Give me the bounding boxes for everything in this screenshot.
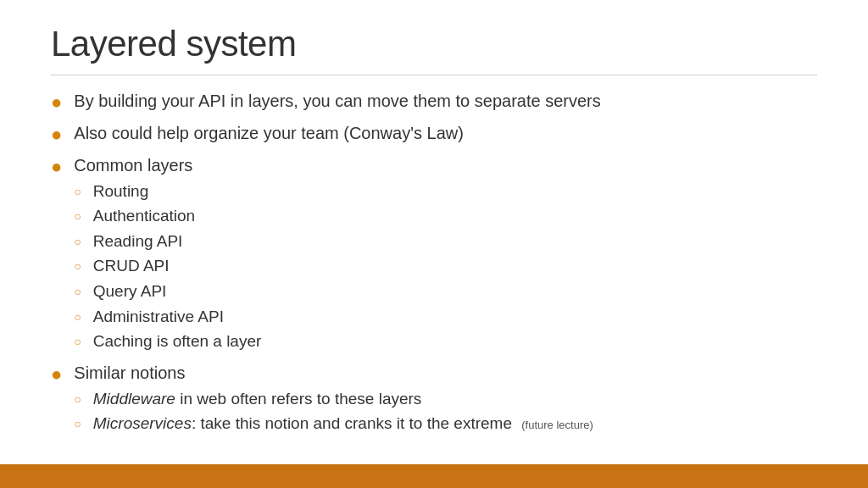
- bullet-icon: ●: [51, 122, 62, 148]
- list-item: ○ Microservices: take this notion and cr…: [74, 413, 593, 435]
- sub-bullet-icon: ○: [74, 208, 81, 225]
- bullet-text: Common layers: [74, 156, 192, 175]
- list-item: ○ Middleware in web often refers to thes…: [74, 388, 593, 411]
- sub-item-text: CRUD API: [93, 255, 170, 278]
- italic-text: Microservices: [93, 414, 192, 432]
- sub-bullet-icon: ○: [74, 391, 81, 408]
- list-item: ○ Authentication: [74, 205, 261, 228]
- bullet-content: Common layers ○ Routing ○ Authentication…: [74, 153, 261, 356]
- list-item: ○ Caching is often a layer: [74, 330, 261, 353]
- list-item: ● By building your API in layers, you ca…: [51, 89, 817, 116]
- bullet-content: Similar notions ○ Middleware in web ofte…: [74, 361, 593, 438]
- list-item: ○ CRUD API: [74, 255, 261, 278]
- sub-item-text: Routing: [93, 180, 149, 203]
- bullet-icon: ●: [51, 154, 62, 180]
- slide-content: ● By building your API in layers, you ca…: [0, 89, 868, 488]
- list-item: ● Common layers ○ Routing ○ Authenticati…: [51, 153, 817, 356]
- list-item: ● Also could help organize your team (Co…: [51, 121, 817, 148]
- sub-bullet-icon: ○: [74, 258, 81, 275]
- small-annotation: (future lecture): [521, 419, 593, 431]
- sub-bullet-icon: ○: [74, 284, 81, 301]
- bullet-text: By building your API in layers, you can …: [74, 89, 600, 113]
- slide: Layered system ● By building your API in…: [0, 0, 868, 488]
- bottom-bar: [0, 464, 868, 488]
- sub-item-text: Query API: [93, 280, 167, 303]
- sub-list: ○ Routing ○ Authentication ○ Reading API: [74, 180, 261, 353]
- sub-item-text: Authentication: [93, 205, 195, 228]
- sub-bullet-icon: ○: [74, 334, 81, 351]
- italic-text: Middleware: [93, 390, 175, 408]
- list-item: ○ Administrative API: [74, 306, 261, 329]
- sub-item-text: Caching is often a layer: [93, 330, 262, 353]
- list-item: ○ Query API: [74, 280, 261, 303]
- slide-title: Layered system: [0, 0, 868, 75]
- divider: [51, 75, 817, 75]
- main-bullet-list: ● By building your API in layers, you ca…: [51, 89, 817, 438]
- bullet-text: Also could help organize your team (Conw…: [74, 121, 464, 145]
- list-item: ○ Reading API: [74, 230, 261, 253]
- sub-list: ○ Middleware in web often refers to thes…: [74, 388, 593, 435]
- bullet-icon: ●: [51, 362, 62, 388]
- list-item: ○ Routing: [74, 180, 261, 203]
- bullet-text: Similar notions: [74, 363, 185, 382]
- bullet-icon: ●: [51, 90, 62, 116]
- sub-item-text: Middleware in web often refers to these …: [93, 388, 422, 411]
- sub-item-text: Reading API: [93, 230, 183, 253]
- sub-bullet-icon: ○: [74, 234, 81, 251]
- list-item: ● Similar notions ○ Middleware in web of…: [51, 361, 817, 438]
- sub-item-text: Microservices: take this notion and cran…: [93, 413, 593, 435]
- sub-bullet-icon: ○: [74, 309, 81, 326]
- sub-item-text: Administrative API: [93, 306, 224, 329]
- sub-bullet-icon: ○: [74, 184, 81, 201]
- sub-bullet-icon: ○: [74, 416, 81, 433]
